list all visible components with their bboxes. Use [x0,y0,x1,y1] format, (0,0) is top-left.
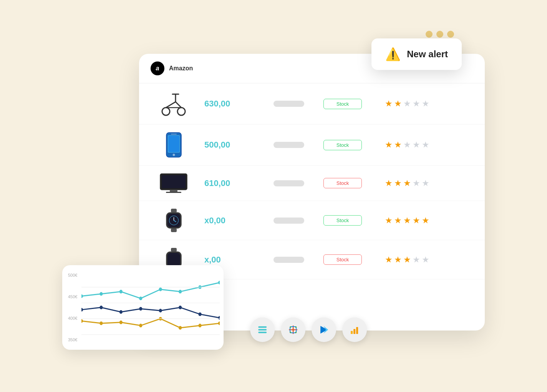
svg-point-38 [139,307,142,311]
svg-point-40 [179,306,182,309]
product-bar-item5 [274,257,304,263]
window-dot-3 [447,31,454,38]
product-list: 630,00 Stock ★ ★ ★ ★ ★ [139,83,485,279]
star: ★ [385,216,393,226]
stock-badge-scooter: Stock [323,99,362,109]
star: ★ [422,255,429,265]
stock-badge-watch: Stock [323,215,362,226]
product-stars-watch: ★ ★ ★ ★ ★ [385,216,429,226]
window-dots [426,31,454,38]
star: ★ [422,99,429,109]
svg-point-29 [119,290,123,293]
star: ★ [394,216,402,226]
product-stars-scooter: ★ ★ ★ ★ ★ [385,99,429,109]
table-row: x0,00 Stock ★ ★ ★ ★ ★ [139,201,485,240]
layout-tool-button[interactable] [250,317,275,342]
table-row: 610,00 Stock ★ ★ ★ ★ ★ [139,166,485,201]
product-bar-tv [274,180,304,186]
svg-point-41 [198,312,201,316]
power-bi-button[interactable] [342,317,367,342]
star: ★ [403,178,411,188]
chart-label-350: 350€ [68,337,77,342]
svg-rect-9 [168,136,179,152]
svg-line-2 [166,102,176,108]
svg-point-30 [139,297,142,300]
svg-rect-55 [258,326,267,328]
svg-rect-16 [171,209,177,213]
svg-rect-57 [258,332,267,333]
chart-area [81,269,220,346]
svg-point-50 [218,321,220,325]
star: ★ [403,99,411,109]
svg-point-1 [177,108,185,115]
scene: ⚠️ New alert a Amazon [62,31,485,361]
product-stock-tv: Stock [323,178,362,188]
tool-buttons [250,317,367,342]
svg-point-35 [81,308,83,311]
star: ★ [413,140,420,150]
stock-badge-tv: Stock [323,178,362,188]
star: ★ [422,140,429,150]
chart-label-400: 400€ [68,316,77,321]
svg-point-46 [139,324,142,327]
chart-y-labels: 500€ 450€ 400€ 350€ [68,273,77,342]
star: ★ [385,140,393,150]
product-price-watch: x0,00 [204,216,258,226]
svg-rect-23 [171,248,177,252]
star: ★ [413,178,420,188]
svg-point-67 [290,332,291,333]
chart-card: 500€ 450€ 400€ 350€ [62,265,224,350]
svg-point-10 [172,154,175,156]
svg-rect-14 [170,190,177,192]
power-automate-button[interactable] [312,317,336,342]
star: ★ [394,178,402,188]
product-price-tv: 610,00 [204,178,258,188]
table-row: 630,00 Stock ★ ★ ★ ★ ★ [139,83,485,125]
window-dot-2 [436,31,443,38]
svg-rect-74 [351,331,353,334]
amazon-logo: a [151,61,164,75]
svg-rect-72 [353,329,355,334]
star: ★ [403,216,411,226]
star: ★ [413,99,420,109]
alert-warning-icon: ⚠️ [385,47,401,61]
stock-badge-phone: Stock [323,140,362,150]
svg-point-65 [290,326,291,328]
svg-point-31 [159,287,162,291]
chart-label-450: 450€ [68,294,77,299]
product-stars-tv: ★ ★ ★ ★ ★ [385,178,429,188]
product-stock-item5: Stock [323,254,362,265]
star: ★ [413,255,420,265]
star: ★ [394,140,402,150]
star: ★ [385,99,393,109]
svg-point-66 [295,326,297,328]
product-bar-phone [274,142,304,148]
svg-point-44 [99,321,103,325]
star: ★ [394,99,402,109]
svg-rect-26 [167,253,180,266]
svg-point-39 [159,309,162,312]
product-stock-phone: Stock [323,140,362,150]
stock-badge-item5: Stock [323,254,362,265]
svg-point-49 [198,324,201,327]
product-price-scooter: 630,00 [204,99,258,109]
product-image-watch [151,208,197,233]
star: ★ [422,178,429,188]
amazon-name: Amazon [169,65,193,72]
svg-rect-13 [162,175,186,188]
star: ★ [403,140,411,150]
star: ★ [394,255,402,265]
product-image-scooter [151,90,197,117]
svg-point-48 [179,326,182,329]
product-price-item5: x,00 [204,255,258,265]
svg-line-3 [176,102,181,108]
star: ★ [422,216,429,226]
tableau-button[interactable] [281,317,305,342]
svg-point-27 [81,294,83,298]
svg-point-42 [218,316,220,319]
star: ★ [413,216,420,226]
svg-point-32 [179,290,182,293]
svg-point-64 [292,329,294,331]
product-bar-scooter [274,101,304,107]
product-image-phone [151,131,197,158]
